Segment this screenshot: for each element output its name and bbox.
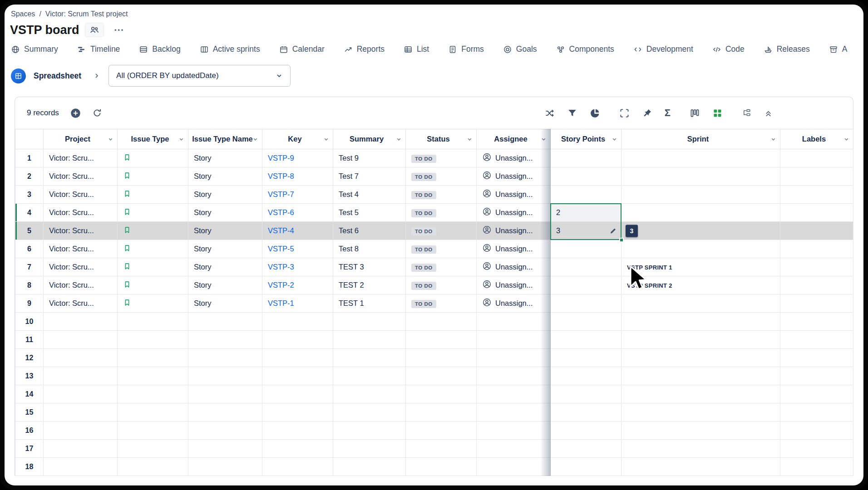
cell-issue-type[interactable] <box>118 240 188 258</box>
cell-labels[interactable] <box>780 186 853 204</box>
collapse-all-icon[interactable] <box>764 108 773 118</box>
row-number[interactable]: 13 <box>15 367 44 385</box>
refresh-button[interactable] <box>92 108 102 118</box>
cell-empty[interactable] <box>406 385 477 403</box>
tab-timeline[interactable]: Timeline <box>77 44 120 54</box>
row-number[interactable]: 9 <box>15 294 44 313</box>
cell-empty[interactable] <box>406 331 477 349</box>
cell-empty[interactable] <box>188 313 262 331</box>
cell-issue-type-name[interactable]: Story <box>188 204 262 222</box>
cell-story-points[interactable] <box>551 258 621 276</box>
row-number[interactable]: 18 <box>15 458 44 476</box>
cell-project[interactable]: Victor: Scru... <box>44 294 118 313</box>
cell-empty[interactable] <box>188 458 262 476</box>
cell-empty[interactable] <box>44 421 118 440</box>
cell-empty[interactable] <box>188 403 262 421</box>
cell-sprint[interactable] <box>621 204 780 222</box>
cell-project[interactable]: Victor: Scru... <box>44 149 118 167</box>
cell-summary[interactable]: Test 9 <box>333 149 406 167</box>
cell-empty[interactable] <box>406 349 477 367</box>
cell-labels[interactable] <box>780 240 853 258</box>
cell-empty[interactable] <box>262 440 333 458</box>
row-number[interactable]: 6 <box>15 240 44 258</box>
cell-empty[interactable] <box>333 440 406 458</box>
cell-project[interactable]: Victor: Scru... <box>44 276 118 294</box>
cell-empty[interactable] <box>188 331 262 349</box>
column-menu-chevron-icon[interactable] <box>612 136 617 142</box>
tab-goals[interactable]: Goals <box>503 44 537 54</box>
cell-empty[interactable] <box>333 349 406 367</box>
column-menu-chevron-icon[interactable] <box>770 136 776 142</box>
cell-issue-type-name[interactable]: Story <box>188 149 262 167</box>
tab-calendar[interactable]: Calendar <box>279 44 325 54</box>
cell-empty[interactable] <box>551 385 621 403</box>
column-header-assignee[interactable]: Assignee <box>477 129 551 149</box>
row-number[interactable]: 4 <box>15 204 44 222</box>
cell-empty[interactable] <box>621 367 780 385</box>
column-header-story-points[interactable]: Story Points <box>551 129 621 149</box>
fill-handle[interactable] <box>619 238 624 242</box>
cell-empty[interactable] <box>406 458 477 476</box>
cell-empty[interactable] <box>780 421 853 440</box>
cell-issue-type-name[interactable]: Story <box>188 276 262 294</box>
cell-status[interactable]: TO DO <box>406 149 477 167</box>
cell-empty[interactable] <box>44 331 118 349</box>
issue-key-link[interactable]: VSTP-5 <box>268 245 294 253</box>
cell-empty[interactable] <box>118 403 188 421</box>
hierarchy-icon[interactable] <box>742 108 751 118</box>
column-menu-chevron-icon[interactable] <box>108 136 113 142</box>
cell-summary[interactable]: Test 6 <box>333 222 406 240</box>
cell-empty[interactable] <box>780 440 853 458</box>
cell-empty[interactable] <box>477 331 551 349</box>
cell-empty[interactable] <box>780 385 853 403</box>
tab-components[interactable]: Components <box>556 44 614 54</box>
column-header-issue-type-name[interactable]: Issue Type Name <box>188 129 262 149</box>
cell-empty[interactable] <box>262 385 333 403</box>
column-menu-chevron-icon[interactable] <box>178 136 184 142</box>
cell-issue-type-name[interactable]: Story <box>188 258 262 276</box>
cell-empty[interactable] <box>621 313 780 331</box>
cell-key[interactable]: VSTP-4 <box>262 222 333 240</box>
cell-story-points[interactable] <box>551 240 621 258</box>
cell-project[interactable]: Victor: Scru... <box>44 258 118 276</box>
cell-empty[interactable] <box>188 367 262 385</box>
cell-key[interactable]: VSTP-8 <box>262 167 333 186</box>
cell-empty[interactable] <box>406 440 477 458</box>
cell-empty[interactable] <box>262 367 333 385</box>
cell-empty[interactable] <box>551 313 621 331</box>
cell-sprint[interactable] <box>621 240 780 258</box>
cell-status[interactable]: TO DO <box>406 294 477 313</box>
cell-empty[interactable] <box>621 440 780 458</box>
cell-story-points[interactable]: 33 <box>551 222 621 240</box>
cell-assignee[interactable]: Unassign... <box>477 258 551 276</box>
cell-summary[interactable]: Test 5 <box>333 204 406 222</box>
cell-empty[interactable] <box>118 313 188 331</box>
pin-icon[interactable] <box>642 108 652 118</box>
cell-empty[interactable] <box>188 385 262 403</box>
cell-empty[interactable] <box>551 367 621 385</box>
row-number[interactable]: 11 <box>15 331 44 349</box>
cell-empty[interactable] <box>333 385 406 403</box>
cell-sprint[interactable]: VSTP SPRINT 1 <box>621 258 780 276</box>
cell-empty[interactable] <box>44 440 118 458</box>
cell-key[interactable]: VSTP-2 <box>262 276 333 294</box>
cell-empty[interactable] <box>333 313 406 331</box>
cell-empty[interactable] <box>333 403 406 421</box>
pie-chart-icon[interactable] <box>590 108 600 118</box>
cell-empty[interactable] <box>44 367 118 385</box>
cell-story-points[interactable]: 2 <box>551 204 621 222</box>
cell-issue-type-name[interactable]: Story <box>188 167 262 186</box>
cell-empty[interactable] <box>44 349 118 367</box>
tab-backlog[interactable]: Backlog <box>139 44 180 54</box>
cell-issue-type[interactable] <box>118 276 188 294</box>
columns-icon[interactable] <box>690 108 700 118</box>
cell-empty[interactable] <box>551 403 621 421</box>
cell-issue-type[interactable] <box>118 258 188 276</box>
cell-empty[interactable] <box>188 349 262 367</box>
cell-issue-type-name[interactable]: Story <box>188 222 262 240</box>
cell-empty[interactable] <box>262 313 333 331</box>
column-menu-chevron-icon[interactable] <box>252 136 258 142</box>
row-number[interactable]: 3 <box>15 186 44 204</box>
cell-status[interactable]: TO DO <box>406 258 477 276</box>
column-header-key[interactable]: Key <box>262 129 333 149</box>
